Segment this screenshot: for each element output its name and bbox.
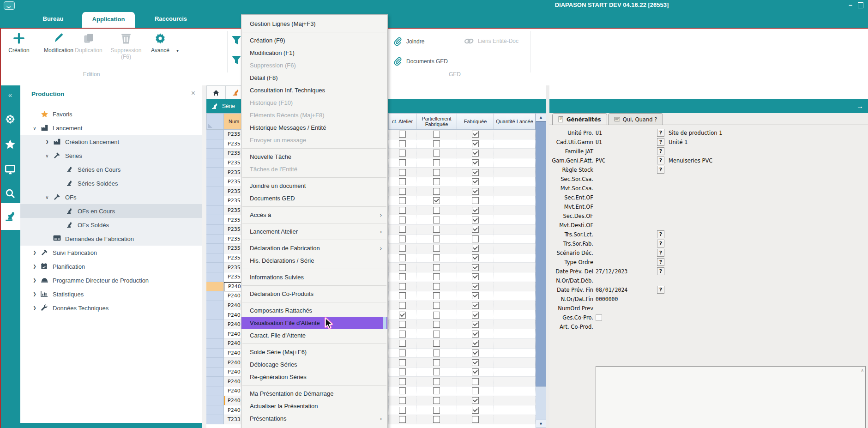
menu-item-nouvelle-t-che[interactable]: Nouvelle Tâche (241, 151, 387, 163)
checkbox-icon[interactable] (472, 368, 479, 375)
row-selector-cell[interactable] (206, 310, 224, 320)
row-selector-cell[interactable] (206, 386, 224, 396)
checkbox-icon[interactable] (472, 331, 479, 338)
menu-item-gestion-lignes-maj-f3-[interactable]: Gestion Lignes (Maj+F3) (241, 18, 387, 30)
tree-item-demandes-de-fabrication[interactable]: Demandes de Fabrication (20, 232, 202, 246)
lookup-help-button[interactable]: ? (657, 258, 664, 266)
checkbox-icon[interactable] (399, 217, 406, 223)
field-value[interactable]: U1 (596, 139, 602, 145)
tab-generalites[interactable]: Généralités (552, 113, 607, 125)
header-row-selector[interactable] (206, 113, 224, 130)
row-selector-cell[interactable] (206, 139, 224, 149)
row-selector-cell[interactable] (206, 235, 224, 244)
checkbox-icon[interactable] (472, 273, 479, 280)
checkbox-icon[interactable] (399, 264, 406, 271)
chevron-right-icon[interactable]: ❯ (31, 292, 38, 296)
checkbox-icon[interactable] (399, 245, 406, 252)
checkbox-icon[interactable] (433, 169, 440, 176)
menu-item-re-g-n-ration-s-ries[interactable]: Re-génération Séries (241, 371, 387, 383)
filter-funnel-button[interactable] (231, 35, 242, 46)
checkbox-icon[interactable] (399, 340, 406, 347)
checkbox-icon[interactable] (472, 292, 479, 299)
field-value[interactable]: 27/12/2023 (596, 268, 627, 275)
row-selector-cell[interactable] (206, 339, 224, 349)
checkbox-icon[interactable] (472, 350, 479, 356)
row-selector-cell[interactable] (206, 206, 224, 216)
checkbox-icon[interactable] (399, 359, 406, 366)
row-selector-cell[interactable] (206, 368, 224, 377)
row-selector-cell[interactable] (206, 215, 224, 225)
checkbox-icon[interactable] (399, 416, 406, 423)
checkbox-icon[interactable] (433, 340, 440, 347)
header-lct-atelier[interactable]: ct. Atelier (389, 113, 416, 130)
menu-item-composants-rattach-s[interactable]: Composants Rattachés (241, 304, 387, 317)
checkbox-icon[interactable] (399, 140, 406, 147)
production-module-tile[interactable] (0, 203, 20, 230)
checkbox-icon[interactable] (433, 217, 440, 223)
tree-item-suivi-fabrication[interactable]: ❯Suivi Fabrication (20, 246, 202, 259)
tree-item-programme-directeur-de-production[interactable]: ❯Programme Directeur de Production (20, 273, 202, 287)
lookup-help-button[interactable]: ? (657, 230, 664, 238)
minimize-button[interactable]: – (849, 2, 852, 8)
checkbox-icon[interactable] (433, 188, 440, 195)
menu-item-his-d-clarations-s-rie[interactable]: His. Déclarations / Série (241, 254, 387, 267)
checkbox-icon[interactable] (399, 188, 406, 195)
checkbox-icon[interactable] (472, 150, 479, 157)
tab-bureau[interactable]: Bureau (28, 10, 78, 28)
checkbox-icon[interactable] (472, 264, 479, 271)
tree-item-ofs[interactable]: ∨OFs (20, 190, 202, 204)
header-quantite-lancee[interactable]: Quantité Lancée (494, 113, 536, 130)
art-co-prod-textarea[interactable]: ∧ (596, 366, 866, 428)
lookup-help-button[interactable]: ? (657, 138, 664, 146)
checkbox-icon[interactable] (472, 340, 479, 347)
checkbox-icon[interactable] (399, 387, 406, 394)
field-value[interactable]: 08/01/2024 (596, 287, 627, 293)
checkbox-icon[interactable] (433, 302, 440, 309)
checkbox-icon[interactable] (433, 264, 440, 271)
menu-item-d-tail-f8-[interactable]: Détail (F8) (241, 72, 387, 84)
expand-arrow-icon[interactable]: → (856, 102, 863, 110)
menu-item-lancement-atelier[interactable]: Lancement Atelier› (241, 225, 387, 238)
row-selector-cell[interactable] (206, 291, 224, 301)
row-selector-cell[interactable] (206, 272, 224, 282)
favorites-star-icon[interactable] (0, 139, 20, 150)
checkbox-icon[interactable] (399, 159, 406, 166)
header-fabriquee[interactable]: Fabriquée (457, 113, 494, 130)
lookup-help-button[interactable]: ? (657, 147, 664, 155)
row-selector-cell[interactable] (206, 168, 224, 177)
checkbox-icon[interactable] (399, 331, 406, 338)
menu-item-d-claration-co-produits[interactable]: Déclaration Co-Produits (241, 288, 387, 300)
scroll-up-icon[interactable]: ▲ (536, 113, 546, 121)
checkbox-icon[interactable] (433, 150, 440, 157)
checkbox-icon[interactable] (472, 283, 479, 290)
checkbox-icon[interactable] (472, 407, 479, 414)
row-selector-cell[interactable] (206, 377, 224, 386)
checkbox-icon[interactable] (472, 217, 479, 223)
panel-splitter[interactable] (546, 85, 549, 428)
checkbox-icon[interactable] (472, 226, 479, 233)
checkbox-icon[interactable] (472, 131, 479, 138)
menu-item-cr-ation-f9-[interactable]: Création (F9) (241, 34, 387, 47)
lookup-help-button[interactable]: ? (657, 166, 664, 174)
checkbox-icon[interactable] (433, 378, 440, 385)
checkbox-icon[interactable] (399, 302, 406, 309)
checkbox-icon[interactable] (433, 321, 440, 328)
row-selector-cell[interactable] (206, 130, 224, 139)
menu-item-d-blocage-s-ries[interactable]: Déblocage Séries (241, 358, 387, 371)
checkbox-icon[interactable] (433, 397, 440, 404)
tree-item-ofs-en-cours[interactable]: OFs en Cours (20, 204, 202, 218)
checkbox-icon[interactable] (472, 178, 479, 185)
checkbox-icon[interactable] (472, 302, 479, 309)
tree-item-cr-ation-lancement[interactable]: ❯Création Lancement (20, 135, 202, 149)
checkbox-icon[interactable] (399, 397, 406, 404)
documents-ged-button[interactable]: Documents GED (393, 57, 448, 66)
menu-item-consultation-inf-techniques[interactable]: Consultation Inf. Techniques (241, 84, 387, 96)
checkbox-icon[interactable] (433, 245, 440, 252)
menu-item-d-claration-de-fabrication[interactable]: Déclaration de Fabrication› (241, 242, 387, 254)
chevron-right-icon[interactable]: ❯ (44, 139, 50, 144)
field-value[interactable]: 0000000 (596, 296, 618, 302)
chevron-right-icon[interactable]: ❯ (31, 306, 38, 310)
menu-item-caract-file-d-attente[interactable]: Caract. File d'Attente (241, 329, 387, 342)
row-selector-cell[interactable] (206, 349, 224, 358)
row-selector-cell[interactable] (206, 282, 224, 292)
